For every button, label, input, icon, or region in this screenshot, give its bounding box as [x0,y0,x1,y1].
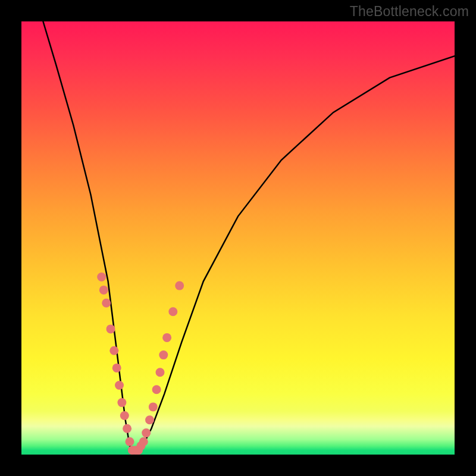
marker-dot [99,286,108,295]
marker-dot [142,428,151,437]
marker-dot [168,307,177,316]
chart-svg [21,21,455,455]
marker-dot [120,411,129,420]
marker-dot [149,402,158,411]
marker-dot [145,415,154,424]
marker-dot [117,398,126,407]
outer-frame: TheBottleneck.com [0,0,476,476]
curve-path [43,21,455,450]
marker-dot [123,424,131,433]
marker-dot [112,364,121,372]
marker-dot [152,385,161,394]
marker-dot [175,281,184,290]
marker-dot [115,381,124,390]
marker-dot [156,368,165,377]
marker-dot [159,350,168,359]
marker-dot [139,437,148,446]
plot-area [21,21,455,455]
marker-dot [102,299,111,308]
marker-dot [97,273,106,281]
bottleneck-curve [43,21,455,450]
watermark-text: TheBottleneck.com [350,4,469,20]
marker-dot [107,324,115,333]
marker-dot [109,346,118,355]
marker-dot [162,333,171,342]
marker-dot [126,437,134,446]
